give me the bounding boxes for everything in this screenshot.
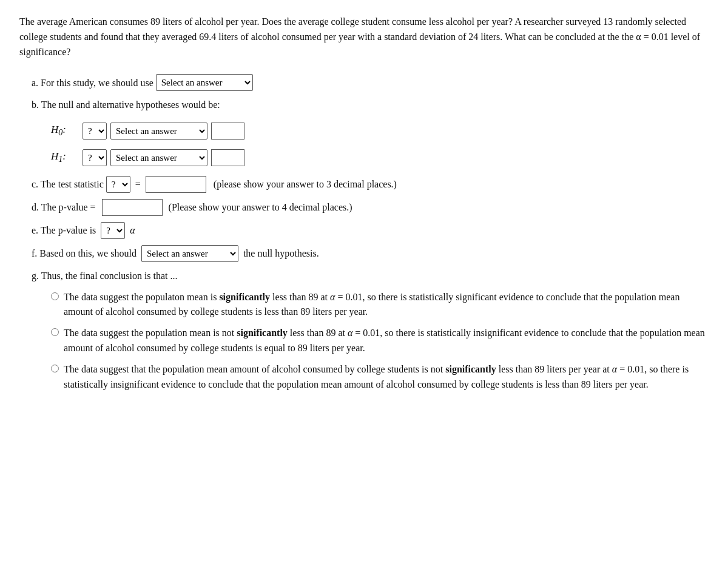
radio-option-1: The data suggest the populaton mean is s…: [51, 290, 709, 320]
part-c-value-input[interactable]: [146, 176, 206, 193]
radio-3-bold: significantly: [445, 364, 496, 374]
part-d-row: d. The p-value = (Please show your answe…: [32, 199, 709, 216]
radio-option-3: The data suggest that the population mea…: [51, 362, 709, 392]
radio-1-input[interactable]: [51, 292, 59, 300]
part-d-label: d. The p-value =: [32, 200, 96, 215]
part-d-value-input[interactable]: [102, 199, 163, 216]
part-d-label-post: (Please show your answer to 4 decimal pl…: [169, 200, 352, 215]
part-b-row: b. The null and alternative hypotheses w…: [32, 97, 709, 113]
h1-dropdown2[interactable]: Select an answer = ≠ < > ≤ ≥: [110, 149, 207, 166]
radio-2-input[interactable]: [51, 328, 59, 336]
part-a-dropdown[interactable]: Select an answer a t-test a z-test a chi…: [156, 74, 253, 91]
part-c-label-pre: c. The test statistic: [32, 177, 104, 192]
h0-value-input[interactable]: [211, 123, 244, 140]
part-f-should-dropdown[interactable]: Select an answer reject fail to reject a…: [141, 245, 238, 262]
radio-3-input[interactable]: [51, 365, 59, 372]
part-a-label: a. For this study, we should use: [32, 75, 153, 91]
h1-label: H1:: [51, 150, 79, 164]
h0-dropdown2[interactable]: Select an answer = ≠ < > ≤ ≥: [110, 123, 207, 140]
radio-1-text: The data suggest the populaton mean is s…: [64, 290, 709, 320]
intro-text: The average American consumes 89 liters …: [19, 15, 709, 59]
radio-option-2: The data suggest the population mean is …: [51, 326, 709, 356]
part-e-label-pre: e. The p-value is: [32, 223, 96, 238]
h1-value-input[interactable]: [211, 149, 244, 166]
part-g-label: g. Thus, the final conclusion is that ..…: [32, 268, 178, 284]
part-f-row: f. Based on this, we should Select an an…: [32, 245, 709, 262]
radio-1-bold: significantly: [219, 292, 270, 302]
questions-section: a. For this study, we should use Select …: [32, 74, 709, 392]
radio-2-text: The data suggest the population mean is …: [64, 326, 709, 356]
h0-dropdown1[interactable]: ? μ p: [83, 123, 107, 140]
intro-paragraph: The average American consumes 89 liters …: [19, 16, 700, 57]
part-f-label-post: the null hypothesis.: [243, 246, 319, 261]
part-e-compare-dropdown[interactable]: ? < > =: [101, 222, 125, 239]
part-e-alpha: α: [130, 223, 135, 238]
part-f-label-pre: f. Based on this, we should: [32, 246, 136, 261]
h1-dropdown1[interactable]: ? μ p: [83, 149, 107, 166]
h0-label: H0:: [51, 124, 79, 138]
h0-row: H0: ? μ p Select an answer = ≠ < > ≤ ≥: [51, 123, 709, 140]
part-e-row: e. The p-value is ? < > = α: [32, 222, 709, 239]
part-c-eq: =: [135, 177, 141, 192]
part-c-stat-dropdown[interactable]: ? t z: [106, 176, 130, 193]
part-c-row: c. The test statistic ? t z = (please sh…: [32, 176, 709, 193]
radio-2-bold: significantly: [237, 328, 288, 338]
h1-row: H1: ? μ p Select an answer = ≠ < > ≤ ≥: [51, 149, 709, 166]
part-c-label-post: (please show your answer to 3 decimal pl…: [214, 177, 397, 192]
part-a-row: a. For this study, we should use Select …: [32, 74, 709, 91]
part-b-label: b. The null and alternative hypotheses w…: [32, 97, 220, 113]
part-g-row: g. Thus, the final conclusion is that ..…: [32, 268, 709, 284]
radio-3-text: The data suggest that the population mea…: [64, 362, 709, 392]
